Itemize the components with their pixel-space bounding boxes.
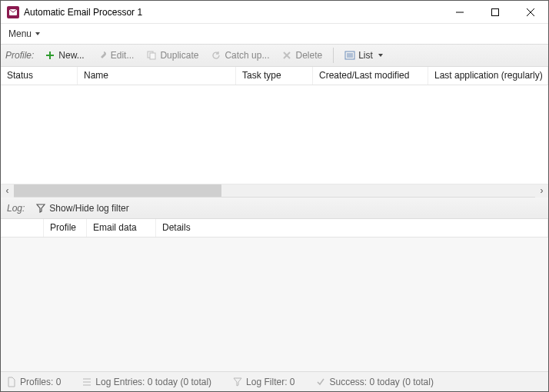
catch-up-button[interactable]: Catch up... — [206, 48, 274, 62]
log-grid-header: Profile Email data Details — [1, 219, 548, 238]
edit-button[interactable]: Edit... — [92, 48, 139, 62]
window-title: Automatic Email Processor 1 — [24, 7, 142, 18]
scroll-right-arrow[interactable]: › — [535, 184, 548, 198]
scroll-left-arrow[interactable]: ‹ — [1, 184, 14, 198]
column-task-type[interactable]: Task type — [236, 67, 313, 85]
show-hide-log-filter-label: Show/Hide log filter — [49, 203, 128, 214]
menu-label: Menu — [8, 28, 32, 39]
column-created-modified[interactable]: Created/Last modified — [313, 67, 428, 85]
new-button[interactable]: New... — [40, 48, 88, 62]
scroll-track[interactable] — [14, 184, 535, 197]
menu-bar: Menu — [1, 24, 548, 44]
svg-rect-2 — [492, 8, 499, 15]
wrench-icon — [97, 50, 108, 61]
profiles-grid-body[interactable] — [1, 85, 548, 184]
column-profile[interactable]: Profile — [44, 219, 87, 237]
svg-rect-8 — [150, 53, 155, 59]
log-grid: Profile Email data Details — [1, 219, 548, 371]
close-button[interactable] — [513, 1, 548, 24]
new-label: New... — [58, 50, 84, 61]
duplicate-label: Duplicate — [160, 50, 198, 61]
duplicate-icon — [146, 50, 157, 61]
profile-label: Profile: — [5, 50, 34, 61]
show-hide-log-filter-button[interactable]: Show/Hide log filter — [31, 201, 133, 215]
minimize-button[interactable] — [442, 1, 477, 24]
list-icon — [344, 50, 355, 61]
delete-label: Delete — [295, 50, 322, 61]
list-icon — [82, 377, 92, 387]
status-profiles: Profiles: 0 — [7, 377, 61, 387]
app-window: Automatic Email Processor 1 Menu Profile… — [0, 0, 549, 392]
status-log-entries: Log Entries: 0 today (0 total) — [82, 377, 211, 387]
catch-up-label: Catch up... — [225, 50, 269, 61]
log-toolbar: Log: Show/Hide log filter — [1, 198, 548, 219]
menu-dropdown[interactable]: Menu — [5, 27, 43, 41]
status-success-text: Success: 0 today (0 total) — [329, 377, 433, 387]
column-status[interactable]: Status — [1, 67, 78, 85]
plus-icon — [45, 50, 55, 61]
delete-button[interactable]: Delete — [277, 48, 327, 62]
filter-icon — [233, 377, 242, 387]
document-icon — [7, 377, 16, 387]
app-icon — [7, 6, 19, 18]
profiles-grid: Status Name Task type Created/Last modif… — [1, 67, 548, 198]
profiles-grid-header: Status Name Task type Created/Last modif… — [1, 67, 548, 85]
status-bar: Profiles: 0 Log Entries: 0 today (0 tota… — [1, 371, 548, 391]
status-log-filter: Log Filter: 0 — [233, 377, 294, 387]
chevron-down-icon — [35, 32, 40, 35]
maximize-button[interactable] — [477, 1, 513, 24]
check-icon — [316, 377, 325, 387]
title-bar: Automatic Email Processor 1 — [1, 1, 548, 24]
column-email-data[interactable]: Email data — [87, 219, 156, 237]
edit-label: Edit... — [111, 50, 135, 61]
column-last-application[interactable]: Last application (regularly) — [428, 67, 548, 85]
status-success: Success: 0 today (0 total) — [316, 377, 433, 387]
toolbar-separator — [333, 48, 334, 63]
status-profiles-text: Profiles: 0 — [20, 377, 61, 387]
duplicate-button[interactable]: Duplicate — [141, 48, 203, 62]
status-log-entries-text: Log Entries: 0 today (0 total) — [95, 377, 211, 387]
filter-icon — [35, 203, 46, 214]
delete-icon — [281, 50, 292, 61]
list-dropdown[interactable]: List — [340, 48, 388, 62]
profile-toolbar: Profile: New... Edit... Duplicate Catch … — [1, 44, 548, 67]
refresh-icon — [211, 50, 221, 61]
column-name[interactable]: Name — [78, 67, 236, 85]
horizontal-scrollbar[interactable]: ‹ › — [1, 184, 548, 197]
status-log-filter-text: Log Filter: 0 — [246, 377, 294, 387]
scroll-thumb[interactable] — [14, 184, 221, 197]
log-label: Log: — [7, 203, 25, 214]
list-label: List — [358, 50, 373, 61]
log-grid-body[interactable] — [1, 238, 548, 371]
column-details[interactable]: Details — [156, 219, 548, 237]
column-log-icon[interactable] — [1, 219, 44, 237]
chevron-down-icon — [378, 54, 383, 57]
